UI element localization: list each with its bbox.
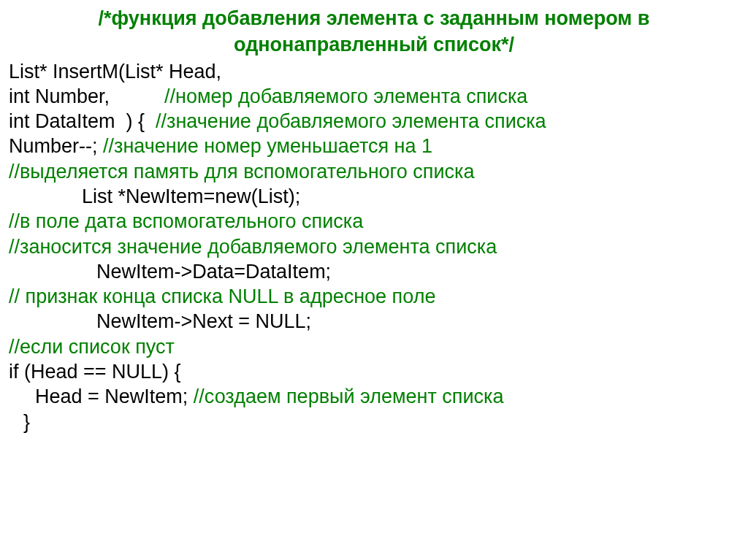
code-comment: //значение номер уменьшается на 1: [103, 135, 432, 157]
code-text: int DataItem ) {: [9, 110, 156, 132]
code-comment-line: //если список пуст: [9, 334, 739, 359]
code-line: NewItem->Data=DataItem;: [9, 259, 739, 284]
title-line1: /*функция добавления элемента с заданным…: [9, 6, 739, 31]
code-text: }: [23, 411, 30, 433]
code-comment: //номер добавляемого элемента списка: [164, 85, 527, 107]
code-text: NewItem->Data=DataItem;: [96, 261, 331, 283]
code-line: }: [9, 410, 739, 434]
code-comment-line: //в поле дата вспомогательного списка: [9, 209, 739, 234]
code-line: Head = NewItem; //создаем первый элемент…: [9, 384, 739, 409]
code-line: Number--; //значение номер уменьшается н…: [9, 134, 739, 158]
code-comment: //создаем первый элемент списка: [194, 386, 504, 407]
code-comment-line: //заносится значение добавляемого элемен…: [9, 234, 739, 259]
code-line: if (Head == NULL) {: [9, 359, 739, 384]
code-text: List *NewItem=new(List);: [82, 185, 300, 207]
code-text: NewItem->Next = NULL;: [96, 310, 311, 332]
code-text: int Number,: [9, 85, 164, 107]
code-text: List* InsertM(List* Head,: [9, 61, 221, 83]
code-line: NewItem->Next = NULL;: [9, 309, 739, 334]
code-text: Head = NewItem;: [35, 386, 194, 407]
code-line: int DataItem ) { //значение добавляемого…: [9, 109, 739, 134]
code-line: List *NewItem=new(List);: [9, 184, 739, 209]
code-comment: //значение добавляемого элемента списка: [156, 110, 546, 132]
title-line2: однонаправленный список*/: [9, 32, 739, 57]
code-line: List* InsertM(List* Head,: [9, 59, 739, 84]
code-comment-line: // признак конца списка NULL в адресное …: [9, 284, 739, 309]
code-text: if (Head == NULL) {: [9, 361, 181, 383]
code-comment-line: //выделяется память для вспомогательного…: [9, 159, 739, 184]
code-text: Number--;: [9, 135, 103, 157]
code-line: int Number, //номер добавляемого элемент…: [9, 84, 739, 109]
